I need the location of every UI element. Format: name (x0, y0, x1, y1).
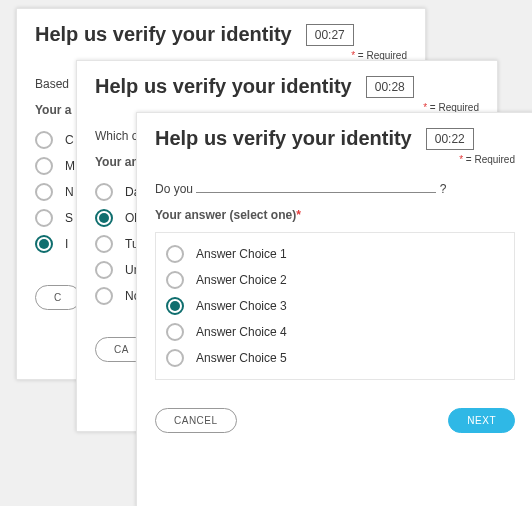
option-label: I (65, 237, 68, 251)
cancel-button[interactable]: C (35, 285, 81, 310)
timer-badge: 00:27 (306, 24, 354, 46)
radio-icon (95, 235, 113, 253)
radio-icon (35, 235, 53, 253)
option-label: M (65, 159, 75, 173)
timer-badge: 00:28 (366, 76, 414, 98)
question-text: Do you ? (155, 181, 515, 196)
option-2[interactable]: Answer Choice 2 (166, 267, 504, 293)
option-label: Answer Choice 4 (196, 325, 287, 339)
option-list: Answer Choice 1 Answer Choice 2 Answer C… (155, 232, 515, 380)
option-label: Answer Choice 1 (196, 247, 287, 261)
card-body: Do you ? Your answer (select one)* Answe… (137, 173, 532, 390)
radio-icon (166, 323, 184, 341)
option-label: C (65, 133, 74, 147)
radio-icon (166, 349, 184, 367)
card-title: Help us verify your identity (155, 127, 412, 150)
option-label: Answer Choice 5 (196, 351, 287, 365)
next-button[interactable]: NEXT (448, 408, 515, 433)
option-1[interactable]: Answer Choice 1 (166, 241, 504, 267)
radio-icon (166, 271, 184, 289)
option-label: S (65, 211, 73, 225)
radio-icon (35, 157, 53, 175)
radio-icon (95, 209, 113, 227)
card-title: Help us verify your identity (95, 75, 352, 98)
card-header: Help us verify your identity 00:27 (17, 9, 425, 50)
cancel-button[interactable]: CANCEL (155, 408, 237, 433)
option-4[interactable]: Answer Choice 4 (166, 319, 504, 345)
timer-badge: 00:22 (426, 128, 474, 150)
card-header: Help us verify your identity 00:28 (77, 61, 497, 102)
card-footer: CANCEL NEXT (137, 390, 532, 451)
question-prefix: Do you (155, 182, 193, 196)
radio-icon (35, 131, 53, 149)
radio-icon (95, 287, 113, 305)
instruction-label: Your answer (select one) (155, 208, 296, 222)
card-header: Help us verify your identity 00:22 (137, 113, 532, 154)
option-3[interactable]: Answer Choice 3 (166, 293, 504, 319)
answer-instruction: Your answer (select one)* (155, 208, 515, 222)
verify-card-3: Help us verify your identity 00:22 * = R… (136, 112, 532, 506)
option-label: Answer Choice 2 (196, 273, 287, 287)
radio-icon (35, 209, 53, 227)
option-5[interactable]: Answer Choice 5 (166, 345, 504, 371)
question-suffix: ? (440, 182, 447, 196)
required-label: = Required (466, 154, 515, 165)
option-label: N (65, 185, 74, 199)
radio-icon (95, 261, 113, 279)
radio-icon (166, 297, 184, 315)
required-note: * = Required (137, 154, 532, 173)
radio-icon (95, 183, 113, 201)
radio-icon (166, 245, 184, 263)
card-title: Help us verify your identity (35, 23, 292, 46)
blank-line (196, 181, 436, 193)
option-label: Answer Choice 3 (196, 299, 287, 313)
radio-icon (35, 183, 53, 201)
